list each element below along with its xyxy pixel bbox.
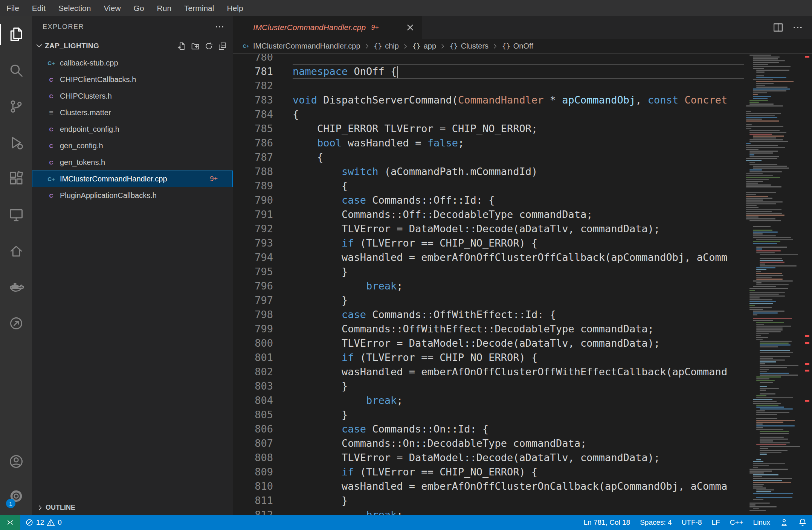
code-line-text[interactable]: break; — [293, 508, 744, 515]
code-line-text[interactable]: break; — [293, 393, 744, 408]
new-file-icon[interactable] — [177, 42, 186, 50]
file-row[interactable]: ≡Clusters.matter — [32, 104, 233, 121]
code-line-text[interactable]: Commands::Off::DecodableType commandData… — [293, 207, 744, 222]
code-line-text[interactable]: } — [293, 293, 744, 308]
code-line-text[interactable]: if (TLVError == CHIP_NO_ERROR) { — [293, 350, 744, 365]
code-line-text[interactable]: Commands::OffWithEffect::DecodableType c… — [293, 322, 744, 336]
workbench: 1 EXPLORER ZAP_LIGHTING C+callback-stub.… — [0, 16, 812, 515]
menu-file[interactable]: File — [0, 0, 26, 16]
menu-run[interactable]: Run — [151, 0, 178, 16]
code-line-text[interactable]: wasHandled = emberAfOnOffClusterOffWithE… — [293, 365, 744, 379]
chevron-right-icon — [440, 43, 446, 50]
file-row[interactable]: CPluginApplicationCallbacks.h — [32, 187, 233, 204]
cursor-position[interactable]: Ln 781, Col 18 — [579, 515, 635, 530]
code-line-text[interactable]: switch (aCommandPath.mCommandId) — [293, 164, 744, 179]
person-icon[interactable] — [775, 515, 793, 530]
menu-go[interactable]: Go — [127, 0, 151, 16]
refresh-icon[interactable] — [205, 42, 213, 50]
code-line-text[interactable] — [293, 54, 744, 64]
file-row[interactable]: Cgen_config.h — [32, 137, 233, 154]
activity-item-explorer[interactable] — [0, 16, 32, 52]
code-line-text[interactable]: namespace OnOff { — [293, 64, 744, 79]
split-editor-icon[interactable] — [773, 22, 783, 33]
file-row[interactable]: C+IMClusterCommandHandler.cpp9+ — [32, 171, 233, 187]
file-name: callback-stub.cpp — [60, 59, 118, 67]
code-line-text[interactable]: break; — [293, 279, 744, 293]
code-line-text[interactable]: if (TLVError == CHIP_NO_ERROR) { — [293, 465, 744, 479]
code-line-text[interactable]: TLVError = DataModel::Decode(aDataTlv, c… — [293, 222, 744, 236]
code-line-text[interactable]: wasHandled = emberAfOnOffClusterOffCallb… — [293, 250, 744, 265]
file-row[interactable]: Cendpoint_config.h — [32, 121, 233, 137]
file-row[interactable]: CCHIPClientCallbacks.h — [32, 71, 233, 88]
h-file-icon: C — [46, 157, 56, 167]
more-actions-icon[interactable] — [792, 22, 803, 33]
activity-item-circle-arrow[interactable] — [0, 305, 32, 341]
line-number: 780 — [233, 54, 293, 64]
code-editor[interactable]: 780781namespace OnOff {782783void Dispat… — [233, 54, 744, 515]
code-line-text[interactable] — [293, 79, 744, 93]
code-line-text[interactable]: wasHandled = emberAfOnOffClusterOnCallba… — [293, 479, 744, 493]
status-bar: 12 0 Ln 781, Col 18 Spaces: 4 UTF-8 LF C… — [0, 515, 812, 530]
file-row[interactable]: CCHIPClusters.h — [32, 88, 233, 104]
menu-terminal[interactable]: Terminal — [178, 0, 220, 16]
code-line-text[interactable]: bool wasHandled = false; — [293, 136, 744, 150]
code-line-text[interactable]: { — [293, 150, 744, 164]
chevron-right-icon — [37, 504, 44, 512]
breadcrumb-file[interactable]: C+IMClusterCommandHandler.cpp — [242, 42, 360, 50]
activity-item-home[interactable] — [0, 233, 32, 269]
activity-item-accounts[interactable] — [0, 444, 32, 479]
file-row[interactable]: C+callback-stub.cpp — [32, 55, 233, 71]
error-mark — [805, 335, 809, 337]
code-line-text[interactable]: TLVError = DataModel::Decode(aDataTlv, c… — [293, 336, 744, 350]
code-line-text[interactable]: } — [293, 408, 744, 422]
code-line-text[interactable]: TLVError = DataModel::Decode(aDataTlv, c… — [293, 451, 744, 465]
remote-indicator[interactable] — [0, 515, 20, 530]
menu-selection[interactable]: Selection — [52, 0, 97, 16]
menu-help[interactable]: Help — [220, 0, 249, 16]
code-line-text[interactable]: CHIP_ERROR TLVError = CHIP_NO_ERROR; — [293, 122, 744, 136]
problems-indicator[interactable]: 12 0 — [20, 515, 67, 530]
code-line-text[interactable]: Commands::On::DecodableType commandData; — [293, 436, 744, 451]
breadcrumb-symbol[interactable]: {}chip — [374, 42, 399, 50]
breadcrumb-symbol[interactable]: {}OnOff — [502, 42, 533, 50]
minimap[interactable] — [744, 54, 802, 515]
code-line-text[interactable]: if (TLVError == CHIP_NO_ERROR) { — [293, 236, 744, 250]
tab-problems-badge: 9+ — [371, 24, 379, 32]
close-icon[interactable] — [405, 23, 415, 32]
collapse-all-icon[interactable] — [218, 42, 227, 50]
activity-item-extensions[interactable] — [0, 161, 32, 197]
overview-ruler[interactable] — [802, 54, 812, 515]
activity-item-manage[interactable]: 1 — [0, 479, 32, 513]
outline-section-header[interactable]: OUTLINE — [32, 500, 233, 515]
tab-active-file[interactable]: IMClusterCommandHandler.cpp 9+ — [233, 16, 422, 39]
code-line-text[interactable]: } — [293, 493, 744, 508]
breadcrumb-symbol[interactable]: {}Clusters — [450, 42, 488, 50]
activity-item-search[interactable] — [0, 52, 32, 88]
namespace-icon: {} — [450, 42, 458, 50]
code-line-text[interactable]: { — [293, 107, 744, 122]
new-folder-icon[interactable] — [191, 42, 200, 50]
menu-edit[interactable]: Edit — [26, 0, 52, 16]
breadcrumb-symbol[interactable]: {}app — [412, 42, 436, 50]
file-row[interactable]: Cgen_tokens.h — [32, 154, 233, 171]
code-line-text[interactable]: } — [293, 379, 744, 393]
menu-view[interactable]: View — [97, 0, 127, 16]
activity-item-remote-explorer[interactable] — [0, 197, 32, 233]
notifications-bell-icon[interactable] — [793, 515, 812, 530]
encoding[interactable]: UTF-8 — [677, 515, 707, 530]
activity-item-run-and-debug[interactable] — [0, 125, 32, 161]
eol-indicator[interactable]: LF — [707, 515, 725, 530]
activity-item-source-control[interactable] — [0, 88, 32, 125]
remote-os[interactable]: Linux — [748, 515, 775, 530]
more-actions-icon[interactable] — [215, 22, 224, 32]
language-mode[interactable]: C++ — [725, 515, 748, 530]
code-line-text[interactable]: case Commands::OffWithEffect::Id: { — [293, 308, 744, 322]
code-line-text[interactable]: { — [293, 179, 744, 193]
folder-section-header[interactable]: ZAP_LIGHTING — [32, 37, 233, 55]
code-line-text[interactable]: } — [293, 265, 744, 279]
code-line-text[interactable]: case Commands::On::Id: { — [293, 422, 744, 436]
indentation[interactable]: Spaces: 4 — [635, 515, 677, 530]
activity-item-docker[interactable] — [0, 269, 32, 305]
code-line-text[interactable]: case Commands::Off::Id: { — [293, 193, 744, 207]
code-line-text[interactable]: void DispatchServerCommand(CommandHandle… — [293, 93, 744, 107]
